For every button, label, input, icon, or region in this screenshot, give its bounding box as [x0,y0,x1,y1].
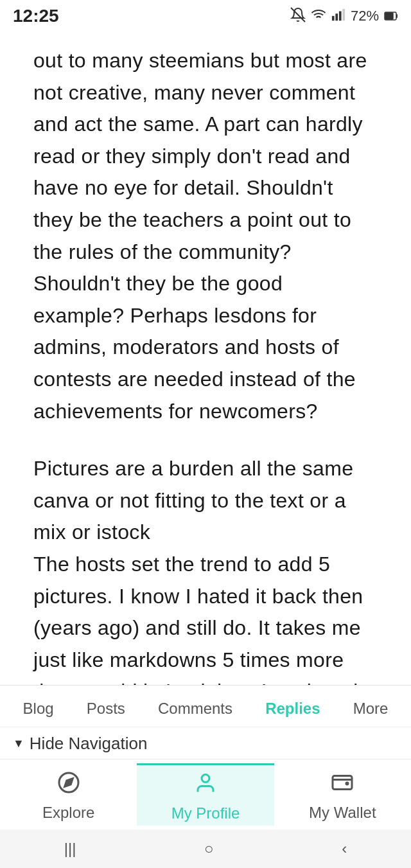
status-bar: 12:25 7 [0,0,411,32]
battery-percent: 72% [351,8,379,24]
article-paragraph-1: out to many steemians but most are not c… [33,45,378,427]
bottom-nav-wallet-label: My Wallet [309,804,376,822]
bottom-navigation: Explore My Profile My Wallet [0,759,411,829]
svg-rect-7 [385,13,393,19]
svg-rect-5 [342,8,345,20]
bottom-nav-profile[interactable]: My Profile [137,763,274,826]
svg-rect-2 [332,15,335,20]
wallet-icon [331,771,354,800]
svg-marker-9 [64,778,73,786]
hide-navigation-label: Hide Navigation [30,734,148,754]
bottom-nav-profile-label: My Profile [171,804,240,822]
tab-posts[interactable]: Posts [82,697,130,720]
tab-blog[interactable]: Blog [18,697,59,720]
tab-comments[interactable]: Comments [153,697,238,720]
bottom-nav-wallet[interactable]: My Wallet [274,765,411,825]
battery-icon [384,9,398,24]
bottom-nav-explore-label: Explore [42,804,94,822]
svg-line-0 [291,8,305,22]
svg-rect-11 [333,775,352,789]
tab-more[interactable]: More [348,697,394,720]
mute-icon [290,7,306,26]
person-icon [194,772,217,801]
svg-point-10 [202,775,209,783]
tab-replies[interactable]: Replies [260,697,325,720]
android-system-nav: ||| ○ ‹ [0,829,411,868]
bottom-nav-explore[interactable]: Explore [0,765,137,825]
compass-icon [57,771,80,800]
status-time: 12:25 [13,6,59,26]
nav-tabs: Blog Posts Comments Replies More [0,685,411,727]
android-home-button[interactable]: ○ [204,840,214,858]
svg-rect-3 [335,13,338,21]
wifi-icon [311,7,326,26]
status-icons: 72% [290,7,398,26]
hide-navigation-bar[interactable]: ▼ Hide Navigation [0,727,411,760]
svg-rect-4 [339,11,342,21]
android-back-button[interactable]: ‹ [342,840,347,858]
signal-icon [331,8,345,25]
android-recents-button[interactable]: ||| [64,840,76,858]
hide-nav-triangle-icon: ▼ [13,737,24,750]
